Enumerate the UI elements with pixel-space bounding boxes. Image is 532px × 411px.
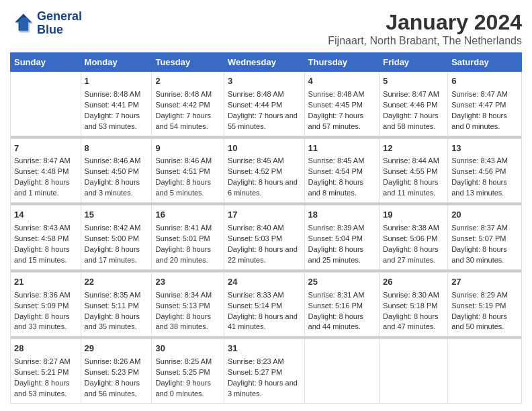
day-number: 9 — [155, 142, 220, 155]
calendar-table: Sunday Monday Tuesday Wednesday Thursday… — [10, 52, 522, 404]
sunrise: Sunrise: 8:48 AM — [85, 90, 141, 98]
calendar-cell: 19Sunrise: 8:38 AMSunset: 5:06 PMDayligh… — [380, 205, 448, 270]
col-tuesday: Tuesday — [152, 53, 224, 72]
calendar-cell: 22Sunrise: 8:35 AMSunset: 5:11 PMDayligh… — [81, 272, 152, 336]
calendar-cell: 18Sunrise: 8:39 AMSunset: 5:04 PMDayligh… — [304, 205, 380, 270]
daylight: Daylight: 8 hours and 35 minutes. — [85, 312, 140, 331]
calendar-cell: 13Sunrise: 8:43 AMSunset: 4:56 PMDayligh… — [448, 138, 522, 203]
day-number: 2 — [155, 75, 220, 88]
sunrise: Sunrise: 8:47 AM — [14, 156, 71, 165]
sunrise: Sunrise: 8:25 AM — [155, 357, 212, 365]
daylight: Daylight: 7 hours and 57 minutes. — [308, 111, 364, 130]
calendar-cell — [380, 339, 448, 404]
day-number: 8 — [85, 142, 148, 155]
col-saturday: Saturday — [448, 53, 522, 72]
day-number: 16 — [155, 209, 220, 222]
day-number: 11 — [308, 142, 376, 155]
sunrise: Sunrise: 8:42 AM — [85, 224, 141, 232]
daylight: Daylight: 8 hours and 3 minutes. — [85, 178, 140, 197]
sunrise: Sunrise: 8:33 AM — [228, 291, 284, 299]
daylight: Daylight: 8 hours and 17 minutes. — [85, 245, 140, 264]
calendar-cell: 17Sunrise: 8:40 AMSunset: 5:03 PMDayligh… — [224, 205, 304, 270]
day-number: 24 — [228, 276, 301, 289]
daylight: Daylight: 8 hours and 1 minute. — [14, 178, 70, 197]
sunset: Sunset: 5:13 PM — [155, 302, 210, 310]
day-number: 25 — [308, 276, 376, 289]
daylight: Daylight: 8 hours and 33 minutes. — [14, 312, 70, 331]
calendar-cell: 21Sunrise: 8:36 AMSunset: 5:09 PMDayligh… — [11, 272, 81, 336]
sunrise: Sunrise: 8:43 AM — [14, 224, 71, 232]
day-number: 15 — [85, 209, 148, 222]
logo-icon — [10, 11, 34, 36]
sunset: Sunset: 5:01 PM — [155, 234, 210, 242]
sunset: Sunset: 5:09 PM — [14, 302, 69, 310]
sunset: Sunset: 4:56 PM — [451, 167, 506, 175]
sunset: Sunset: 5:16 PM — [308, 302, 363, 310]
sunrise: Sunrise: 8:48 AM — [228, 90, 284, 98]
day-number: 4 — [308, 75, 376, 88]
calendar-cell: 30Sunrise: 8:25 AMSunset: 5:25 PMDayligh… — [152, 339, 224, 404]
sunrise: Sunrise: 8:41 AM — [155, 224, 212, 232]
daylight: Daylight: 8 hours and 15 minutes. — [14, 245, 70, 264]
sunset: Sunset: 5:23 PM — [85, 368, 139, 376]
day-number: 20 — [451, 209, 518, 222]
sunrise: Sunrise: 8:43 AM — [451, 156, 508, 165]
col-sunday: Sunday — [11, 53, 81, 72]
daylight: Daylight: 8 hours and 0 minutes. — [451, 111, 507, 130]
daylight: Daylight: 8 hours and 8 minutes. — [308, 178, 364, 197]
sunset: Sunset: 4:42 PM — [155, 101, 210, 109]
sunset: Sunset: 5:25 PM — [155, 368, 210, 376]
sunrise: Sunrise: 8:31 AM — [308, 291, 365, 299]
day-number: 28 — [14, 342, 77, 355]
daylight: Daylight: 8 hours and 22 minutes. — [228, 245, 298, 264]
calendar-cell: 9Sunrise: 8:46 AMSunset: 4:51 PMDaylight… — [152, 138, 224, 203]
sunset: Sunset: 4:52 PM — [228, 167, 282, 175]
daylight: Daylight: 7 hours and 54 minutes. — [155, 111, 211, 130]
sunset: Sunset: 5:19 PM — [451, 302, 506, 310]
col-friday: Friday — [380, 53, 448, 72]
day-number: 19 — [383, 209, 444, 222]
sunset: Sunset: 5:04 PM — [308, 234, 363, 242]
day-number: 30 — [155, 342, 220, 355]
page-header: General Blue January 2024 Fijnaart, Nort… — [10, 10, 522, 47]
sunset: Sunset: 4:50 PM — [85, 167, 139, 175]
sunrise: Sunrise: 8:40 AM — [228, 224, 284, 232]
sunset: Sunset: 4:54 PM — [308, 167, 363, 175]
sunrise: Sunrise: 8:36 AM — [14, 291, 71, 299]
daylight: Daylight: 8 hours and 56 minutes. — [85, 379, 140, 398]
sunrise: Sunrise: 8:46 AM — [85, 156, 141, 165]
calendar-cell: 5Sunrise: 8:47 AMSunset: 4:46 PMDaylight… — [380, 72, 448, 136]
calendar-cell: 31Sunrise: 8:23 AMSunset: 5:27 PMDayligh… — [224, 339, 304, 404]
day-number: 13 — [451, 142, 518, 155]
calendar-week-row: 21Sunrise: 8:36 AMSunset: 5:09 PMDayligh… — [11, 272, 522, 336]
sunrise: Sunrise: 8:26 AM — [85, 357, 141, 365]
calendar-cell: 29Sunrise: 8:26 AMSunset: 5:23 PMDayligh… — [81, 339, 152, 404]
sunset: Sunset: 5:27 PM — [228, 368, 282, 376]
sunset: Sunset: 4:45 PM — [308, 101, 363, 109]
sunset: Sunset: 4:41 PM — [85, 101, 139, 109]
daylight: Daylight: 8 hours and 6 minutes. — [228, 178, 298, 197]
daylight: Daylight: 7 hours and 55 minutes. — [228, 111, 298, 130]
daylight: Daylight: 8 hours and 41 minutes. — [228, 312, 298, 331]
calendar-cell: 24Sunrise: 8:33 AMSunset: 5:14 PMDayligh… — [224, 272, 304, 336]
calendar-cell: 6Sunrise: 8:47 AMSunset: 4:47 PMDaylight… — [448, 72, 522, 136]
daylight: Daylight: 8 hours and 25 minutes. — [308, 245, 364, 264]
day-number: 27 — [451, 276, 518, 289]
calendar-week-row: 1Sunrise: 8:48 AMSunset: 4:41 PMDaylight… — [11, 72, 522, 136]
calendar-cell — [448, 339, 522, 404]
day-number: 10 — [228, 142, 301, 155]
sunset: Sunset: 4:51 PM — [155, 167, 210, 175]
day-number: 6 — [451, 75, 518, 88]
calendar-cell: 3Sunrise: 8:48 AMSunset: 4:44 PMDaylight… — [224, 72, 304, 136]
calendar-cell: 14Sunrise: 8:43 AMSunset: 4:58 PMDayligh… — [11, 205, 81, 270]
col-monday: Monday — [81, 53, 152, 72]
sunset: Sunset: 4:44 PM — [228, 101, 282, 109]
col-thursday: Thursday — [304, 53, 380, 72]
daylight: Daylight: 9 hours and 0 minutes. — [155, 379, 211, 398]
sunrise: Sunrise: 8:48 AM — [155, 90, 212, 98]
main-title: January 2024 — [328, 10, 522, 35]
day-number: 5 — [383, 75, 444, 88]
sunrise: Sunrise: 8:44 AM — [383, 156, 439, 165]
day-number: 22 — [85, 276, 148, 289]
sunrise: Sunrise: 8:37 AM — [451, 224, 508, 232]
